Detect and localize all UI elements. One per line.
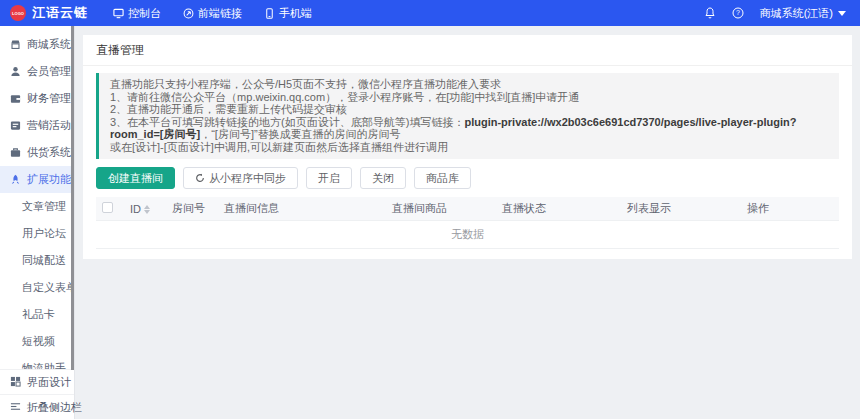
sidebar-subitem-city-delivery[interactable]: 同城配送 (0, 247, 74, 274)
link-icon (183, 8, 194, 19)
main-area: 直播管理 直播功能只支持小程序端，公众号/H5页面不支持，微信小程序直播功能准入… (75, 26, 860, 419)
topnav-item-frontend-link[interactable]: 前端链接 (183, 6, 242, 21)
sidebar-subitem-logistics[interactable]: 物流助手 (0, 355, 74, 369)
svg-text:?: ? (736, 9, 740, 16)
topnav-item-console[interactable]: 控制台 (113, 6, 161, 21)
sidebar-item-supply[interactable]: 供货系统 (0, 139, 74, 166)
phone-icon (264, 8, 275, 19)
column-header-label: ID (130, 203, 141, 215)
sidebar-bottom: 界面设计 折叠侧边栏 (0, 369, 74, 419)
sidebar-item-collapse[interactable]: 折叠侧边栏 (0, 394, 74, 419)
column-header-actions: 操作 (741, 197, 839, 221)
logo: LOGO (10, 5, 26, 21)
notice-line-4-suffix: ，“[房间号]”替换成要直播的房间的房间号 (200, 128, 400, 140)
column-header-list-display: 列表显示 (621, 197, 741, 221)
empty-row: 无数据 (96, 221, 839, 249)
wallet-icon (10, 93, 21, 104)
column-header-room-number: 房间号 (166, 197, 218, 221)
sidebar-subitem-short-video[interactable]: 短视频 (0, 328, 74, 355)
sidebar-item-label: 界面设计 (27, 375, 71, 390)
logo-text: LOGO (12, 11, 24, 16)
sidebar-item-label: 扩展功能 (27, 172, 71, 187)
collapse-sidebar-icon (10, 401, 21, 414)
topnav: 控制台 前端链接 手机端 (102, 6, 323, 21)
sidebar-menu: 商城系统 会员管理 财务管理 营销活动 (0, 26, 74, 369)
column-header-room-goods: 直播间商品 (386, 197, 496, 221)
account-label: 商城系统(江语) (760, 6, 833, 21)
notice-line-4: 3、在本平台可填写跳转链接的地方(如页面设计、底部导航等)填写链接：plugin… (110, 116, 828, 141)
topnav-item-label: 控制台 (128, 6, 161, 21)
topnav-item-label: 前端链接 (198, 6, 242, 21)
notice-line-2: 1、请前往微信公众平台（mp.weixin.qq.com），登录小程序账号，在[… (110, 91, 828, 104)
sidebar-item-label: 折叠侧边栏 (27, 400, 82, 415)
sidebar-item-label: 会员管理 (27, 64, 71, 79)
rocket-icon (10, 174, 21, 185)
topbar: LOGO 江语云链 控制台 前端链接 手机端 ? (0, 0, 860, 26)
sidebar-subitem-gift-card[interactable]: 礼品卡 (0, 301, 74, 328)
sidebar-subitem-custom-forms[interactable]: 自定义表单 (0, 274, 74, 301)
table-header-row: ID 房间号 直播间信息 直播间商品 直播状态 列表显示 操作 (96, 197, 839, 221)
brand-title: 江语云链 (32, 4, 88, 22)
sync-from-miniprogram-button[interactable]: 从小程序中同步 (183, 167, 298, 189)
sidebar-item-extensions[interactable]: 扩展功能 (0, 166, 74, 193)
member-icon (10, 66, 21, 77)
sort-icon[interactable] (144, 205, 150, 214)
sidebar-item-label: 商城系统 (27, 37, 71, 52)
sidebar: 商城系统 会员管理 财务管理 营销活动 (0, 26, 75, 419)
close-button[interactable]: 关闭 (360, 167, 406, 189)
help-icon[interactable]: ? (732, 7, 744, 19)
live-rooms-table: ID 房间号 直播间信息 直播间商品 直播状态 列表显示 操作 无数据 (96, 197, 839, 249)
refresh-icon (195, 173, 205, 183)
column-header-room-info: 直播间信息 (218, 197, 386, 221)
topbar-right: ? 商城系统(江语) (704, 6, 860, 21)
sync-button-label: 从小程序中同步 (209, 171, 286, 186)
layout-grid-icon (10, 376, 21, 389)
live-notice: 直播功能只支持小程序端，公众号/H5页面不支持，微信小程序直播功能准入要求 1、… (96, 73, 839, 159)
dashboard-icon (113, 8, 124, 19)
column-header-live-status: 直播状态 (496, 197, 621, 221)
sidebar-item-finance[interactable]: 财务管理 (0, 85, 74, 112)
content-card: 直播管理 直播功能只支持小程序端，公众号/H5页面不支持，微信小程序直播功能准入… (83, 35, 852, 259)
notice-line-5: 或在[设计]-[页面设计]中调用,可以新建页面然后选择直播组件进行调用 (110, 141, 828, 154)
sidebar-item-label: 供货系统 (27, 145, 71, 160)
store-icon (10, 39, 21, 50)
empty-state-text: 无数据 (96, 221, 839, 249)
megaphone-icon (10, 120, 21, 131)
topnav-item-mobile[interactable]: 手机端 (264, 6, 312, 21)
create-live-room-button[interactable]: 创建直播间 (96, 167, 175, 189)
select-all-header (96, 197, 124, 221)
sidebar-item-ui-design[interactable]: 界面设计 (0, 369, 74, 394)
goods-library-button[interactable]: 商品库 (414, 167, 471, 189)
chevron-down-icon (838, 11, 846, 16)
column-header-id[interactable]: ID (124, 197, 166, 221)
notice-line-1: 直播功能只支持小程序端，公众号/H5页面不支持，微信小程序直播功能准入要求 (110, 78, 828, 91)
bell-icon[interactable] (704, 7, 716, 19)
sidebar-scrollbar[interactable] (71, 26, 74, 370)
sidebar-subitem-articles[interactable]: 文章管理 (0, 193, 74, 220)
sidebar-item-members[interactable]: 会员管理 (0, 58, 74, 85)
notice-line-3: 2、直播功能开通后，需要重新上传代码提交审核 (110, 103, 828, 116)
sidebar-subitem-user-forum[interactable]: 用户论坛 (0, 220, 74, 247)
card-body: 直播功能只支持小程序端，公众号/H5页面不支持，微信小程序直播功能准入要求 1、… (83, 66, 852, 259)
open-button[interactable]: 开启 (306, 167, 352, 189)
topnav-item-label: 手机端 (279, 6, 312, 21)
toolbar: 创建直播间 从小程序中同步 开启 关闭 商品库 (96, 167, 839, 189)
notice-line-4-prefix: 3、在本平台可填写跳转链接的地方(如页面设计、底部导航等)填写链接： (110, 116, 464, 128)
briefcase-icon (10, 147, 21, 158)
account-menu[interactable]: 商城系统(江语) (760, 6, 846, 21)
sidebar-item-label: 财务管理 (27, 91, 71, 106)
sidebar-item-label: 营销活动 (27, 118, 71, 133)
page-title: 直播管理 (83, 35, 852, 66)
sidebar-item-mall-system[interactable]: 商城系统 (0, 31, 74, 58)
select-all-checkbox[interactable] (102, 202, 113, 213)
sidebar-item-marketing[interactable]: 营销活动 (0, 112, 74, 139)
